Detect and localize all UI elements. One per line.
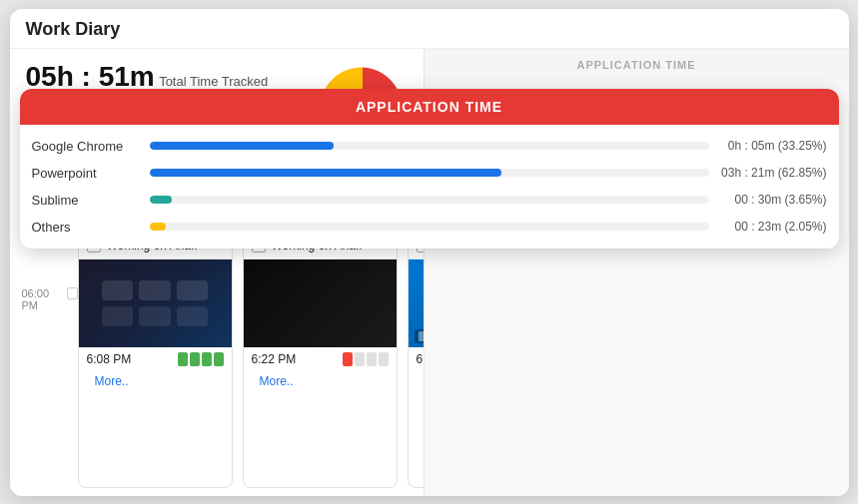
- card-footer-2: 6:30 PM: [409, 347, 424, 371]
- work-card-2: Working on Ana..: [408, 232, 424, 488]
- app-name-sublime: Sublime: [32, 193, 142, 208]
- card-bars-1: [343, 352, 389, 366]
- card-time-0: 6:08 PM: [87, 352, 132, 366]
- card-screenshot-2: [409, 259, 424, 347]
- app-bar-fill-powerpoint: [150, 169, 502, 177]
- card-footer-1: 6:22 PM: [244, 347, 397, 371]
- app-row-sublime: Sublime 00 : 30m (3.65%): [32, 187, 827, 214]
- bar-0-1: [190, 352, 200, 366]
- app-bar-fill-chrome: [150, 142, 335, 150]
- bar-1-2: [367, 352, 377, 366]
- title-bar: Work Diary: [10, 9, 849, 49]
- main-window: Work Diary 05h : 51m Total Time Tracked …: [10, 9, 849, 496]
- app-bar-fill-others: [150, 223, 167, 231]
- time-label-0600: 06:00 PM: [18, 287, 78, 407]
- total-time: 05h : 51m Total Time Tracked: [26, 61, 269, 93]
- card-bars-0: [178, 352, 224, 366]
- bar-1-3: [379, 352, 389, 366]
- app-row-chrome: Google Chrome 0h : 05m (33.25%): [32, 133, 827, 160]
- app-row-powerpoint: Powerpoint 03h : 21m (62.85%): [32, 160, 827, 187]
- app-percent-powerpoint: 03h : 21m (62.85%): [717, 166, 827, 180]
- card-time-2: 6:30 PM: [417, 352, 424, 366]
- app-time-popup: APPLICATION TIME Google Chrome 0h : 05m …: [20, 89, 839, 249]
- app-percent-others: 00 : 23m (2.05%): [717, 220, 827, 234]
- bar-0-0: [178, 352, 188, 366]
- app-bar-sublime: [150, 196, 709, 204]
- app-list: Google Chrome 0h : 05m (33.25%) Powerpoi…: [20, 125, 839, 249]
- app-name-chrome: Google Chrome: [32, 139, 142, 154]
- app-percent-sublime: 00 : 30m (3.65%): [717, 193, 827, 207]
- card-more-0[interactable]: More..: [79, 371, 232, 395]
- card-time-1: 6:22 PM: [252, 352, 297, 366]
- bar-0-2: [202, 352, 212, 366]
- popup-header: APPLICATION TIME: [20, 89, 839, 125]
- bar-1-1: [355, 352, 365, 366]
- card-screenshot-0: [79, 259, 232, 347]
- app-name-others: Others: [32, 220, 142, 235]
- card-more-2[interactable]: More..: [409, 371, 424, 395]
- right-panel: APPLICATION TIME APPLICATION TIME Google…: [425, 49, 849, 496]
- time-column: 06:00 PM: [18, 228, 78, 496]
- content-area: 05h : 51m Total Time Tracked Online Time…: [10, 49, 849, 496]
- work-card-0: Working on Ana..: [78, 232, 233, 488]
- work-card-1: Working on Ana.. 6:22 PM: [243, 232, 398, 488]
- app-bar-powerpoint: [150, 169, 709, 177]
- card-more-1[interactable]: More..: [244, 371, 397, 395]
- card-footer-0: 6:08 PM: [79, 347, 232, 371]
- app-bar-fill-sublime: [150, 196, 172, 204]
- app-bar-chrome: [150, 142, 709, 150]
- app-row-others: Others 00 : 23m (2.05%): [32, 214, 827, 241]
- timeline-section: 06:00 PM Working on Ana..: [10, 228, 424, 496]
- bar-1-0: [343, 352, 353, 366]
- window-title: Work Diary: [26, 19, 121, 39]
- app-name-powerpoint: Powerpoint: [32, 166, 142, 181]
- app-time-header: APPLICATION TIME: [425, 49, 849, 81]
- bar-0-3: [214, 352, 224, 366]
- app-percent-chrome: 0h : 05m (33.25%): [717, 139, 827, 153]
- app-bar-others: [150, 223, 709, 231]
- cards-area: Working on Ana..: [78, 228, 424, 496]
- card-screenshot-1: [244, 259, 397, 347]
